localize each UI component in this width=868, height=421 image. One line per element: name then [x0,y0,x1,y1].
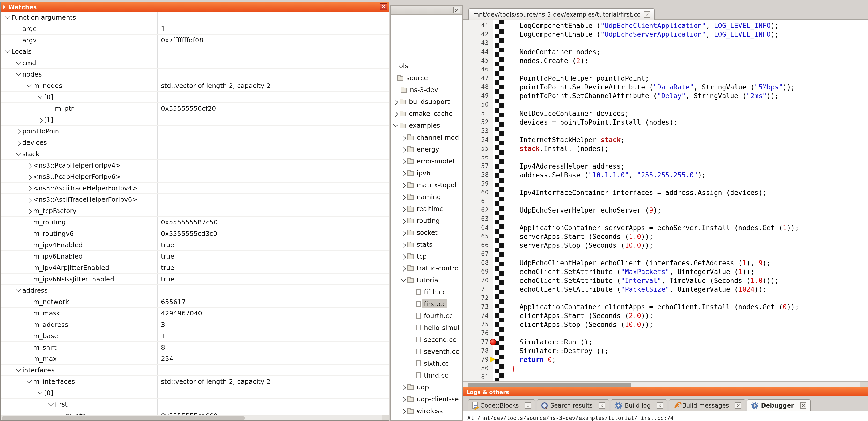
code-line[interactable]: 60 Ipv4InterfaceContainer interfaces = a… [463,188,868,197]
watch-row[interactable]: first [1,399,389,410]
expand-icon[interactable] [392,98,400,105]
tree-item-traffic-contro[interactable]: traffic-contro [391,262,462,274]
tree-item-wireless[interactable]: wireless [391,405,462,417]
expand-icon[interactable] [400,205,407,213]
expand-icon[interactable] [392,110,400,118]
code-line[interactable]: 61 [463,197,868,206]
tree-item-udp-client-se[interactable]: udp-client-se [391,393,462,405]
watch-row[interactable]: stack [1,149,389,160]
tree-item-second-cc[interactable]: second.cc [391,333,462,346]
tab-debugger[interactable]: Debugger [747,399,810,411]
watch-row[interactable]: m_ipv4Enabledtrue [1,239,389,251]
tree-item-socket[interactable]: socket [391,227,462,238]
collapse-icon[interactable] [36,389,44,397]
watch-row[interactable]: m_address3 [1,319,389,330]
expand-icon[interactable] [25,173,33,181]
watch-row[interactable]: m_routing0x555555587c50 [1,217,389,228]
code-line[interactable]: 42 LogComponentEnable ("UdpEchoServerApp… [463,30,868,39]
code-line[interactable]: 79 return 0; [463,355,868,364]
watch-row[interactable]: <ns3::PcapHelperForIpv4> [1,160,389,171]
collapse-icon[interactable] [36,93,44,101]
code-line[interactable]: 46 [463,65,868,74]
collapse-icon[interactable] [400,276,407,284]
watch-row[interactable]: <ns3::PcapHelperForIpv6> [1,171,389,183]
watch-row[interactable]: <ns3::AsciiTraceHelperForIpv4> [1,183,389,194]
code-line[interactable]: 54 InternetStackHelper stack; [463,135,868,144]
close-icon[interactable] [800,402,806,408]
collapse-icon[interactable] [14,70,22,78]
scrollbar-thumb[interactable] [2,416,245,420]
watch-row[interactable]: m_routingv60x5555555cd3c0 [1,228,389,239]
code-line[interactable]: 66 serverApps.Stop (Seconds (10.0)); [463,241,868,250]
close-icon[interactable] [454,7,460,13]
code-line[interactable]: 71 echoClient.SetAttribute ("PacketSize"… [463,285,868,294]
close-icon[interactable] [599,402,605,408]
watch-row[interactable]: m_interfacesstd::vector of length 2, cap… [1,376,389,387]
tree-item-naming[interactable]: naming [391,191,462,203]
code-line[interactable]: 64 ApplicationContainer serverApps = ech… [463,223,868,232]
watch-row[interactable]: Locals [1,46,389,57]
watch-row[interactable]: pointToPoint [1,126,389,137]
watch-row[interactable]: argv0x7fffffffdf08 [1,35,389,46]
tab-search-results[interactable]: Search results [537,399,609,411]
tree-item-fourth-cc[interactable]: fourth.cc [391,310,462,322]
watch-row[interactable]: [1] [1,114,389,126]
watch-row[interactable]: m_shift8 [1,342,389,353]
close-icon[interactable] [644,11,650,17]
scrollbar-thumb[interactable] [468,383,631,387]
expand-icon[interactable] [25,207,33,215]
collapse-icon[interactable] [14,59,22,67]
code-line[interactable]: 52 devices = pointToPoint.Install (nodes… [463,118,868,127]
watch-row[interactable]: Function arguments [1,12,389,23]
tree-item-udp[interactable]: udp [391,381,462,393]
watch-row[interactable]: m_network655617 [1,296,389,308]
watch-row[interactable]: m_ipv6Enabledtrue [1,251,389,262]
code-line[interactable]: 74 clientApps.Start (Seconds (2.0)); [463,311,868,320]
tree-item-error-model[interactable]: error-model [391,155,462,167]
expand-icon[interactable] [400,240,407,248]
expand-icon[interactable] [25,161,33,169]
tree-item-energy[interactable]: energy [391,143,462,155]
watches-titlebar[interactable]: Watches [1,2,389,12]
code-editor[interactable]: 41 LogComponentEnable ("UdpEchoClientApp… [463,20,868,381]
code-line[interactable]: 50 [463,100,868,109]
expand-icon[interactable] [400,395,407,403]
expand-icon[interactable] [400,229,407,236]
code-line[interactable]: 70 echoClient.SetAttribute ("Interval", … [463,276,868,285]
code-line[interactable]: 49 pointToPoint.SetChannelAttribute ("De… [463,92,868,100]
tree-item-matrix-topol[interactable]: matrix-topol [391,179,462,191]
tree-item-stats[interactable]: stats [391,238,462,250]
tab-build-log[interactable]: Build log [611,399,667,411]
watch-row[interactable]: m_ipv6NsRsJitterEnabledtrue [1,273,389,285]
tree-item-sixth-cc[interactable]: sixth.cc [391,357,462,369]
code-line[interactable]: 47 PointToPointHelper pointToPoint; [463,74,868,83]
code-line[interactable]: 41 LogComponentEnable ("UdpEchoClientApp… [463,21,868,30]
watches-hscrollbar[interactable] [1,415,382,420]
code-line[interactable]: 72 [463,294,868,302]
tree-item-tutorial[interactable]: tutorial [391,274,462,286]
close-icon[interactable] [525,402,531,408]
close-icon[interactable] [380,3,387,10]
editor-hscrollbar[interactable] [463,381,860,387]
expand-icon[interactable] [400,157,407,165]
watch-row[interactable]: m_mask4294967040 [1,308,389,319]
expand-icon[interactable] [25,184,33,192]
watch-row[interactable]: nodes [1,69,389,80]
code-line[interactable]: 58 address.SetBase ("10.1.1.0", "255.255… [463,171,868,180]
watch-row[interactable]: argc1 [1,23,389,35]
logs-titlebar[interactable]: Logs & others [463,387,868,396]
tree-item-cmake-cache[interactable]: cmake_cache [391,107,462,120]
collapse-icon[interactable] [47,400,55,408]
watch-row[interactable]: [0] [1,387,389,399]
watch-row[interactable]: interfaces [1,365,389,376]
code-line[interactable]: 63 [463,215,868,223]
code-line[interactable]: 53 [463,127,868,135]
code-line[interactable]: 81 [463,373,868,381]
watch-row[interactable]: m_ipv4ArpJitterEnabledtrue [1,262,389,273]
tab-build-messages[interactable]: Build messages [669,399,745,411]
expand-icon[interactable] [400,264,407,272]
expand-icon[interactable] [400,383,407,391]
collapse-icon[interactable] [4,47,11,55]
editor-tab-first-cc[interactable]: mnt/dev/tools/source/ns-3-dev/examples/t… [468,8,655,20]
tree-item-channel-mod[interactable]: channel-mod [391,131,462,143]
